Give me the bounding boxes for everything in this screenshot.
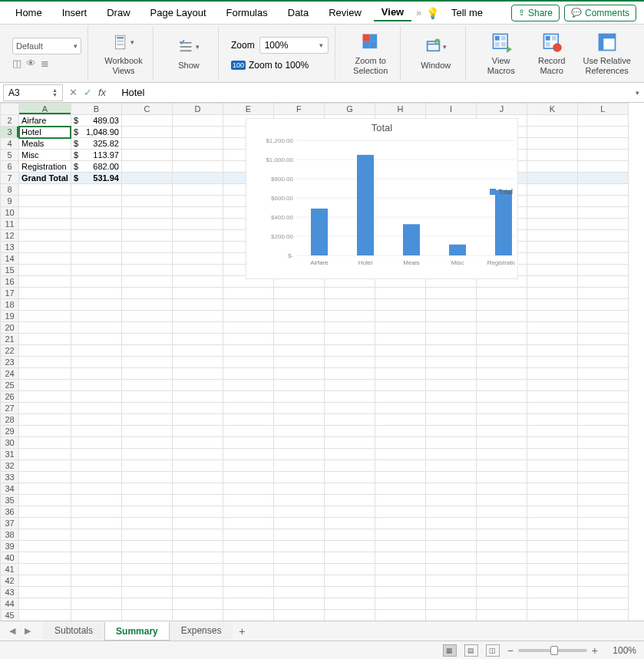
cell-H32[interactable] <box>375 460 425 472</box>
cell-D10[interactable] <box>172 207 223 219</box>
cell-D11[interactable] <box>172 219 223 230</box>
cell-A20[interactable] <box>19 322 71 334</box>
cell-I41[interactable] <box>425 564 476 575</box>
formula-input[interactable] <box>117 84 630 101</box>
cell-A3[interactable]: Hotel <box>19 127 71 138</box>
cell-B37[interactable] <box>71 518 121 529</box>
row-header-32[interactable]: 32 <box>1 460 19 472</box>
cell-B15[interactable] <box>71 265 121 276</box>
cell-H33[interactable] <box>375 472 425 483</box>
cell-J21[interactable] <box>476 334 527 345</box>
cell-A17[interactable] <box>19 288 71 299</box>
cell-K40[interactable] <box>527 552 577 564</box>
cell-J27[interactable] <box>476 403 527 414</box>
row-header-43[interactable]: 43 <box>1 587 19 598</box>
cell-B35[interactable] <box>71 495 121 506</box>
cell-L5[interactable] <box>577 150 628 161</box>
cell-G33[interactable] <box>324 472 375 483</box>
cell-I33[interactable] <box>425 472 476 483</box>
cell-L33[interactable] <box>577 472 628 483</box>
cell-A43[interactable] <box>19 587 71 598</box>
row-header-38[interactable]: 38 <box>1 529 19 541</box>
cell-J30[interactable] <box>476 437 527 449</box>
cell-H29[interactable] <box>375 426 425 437</box>
cell-B11[interactable] <box>71 219 121 230</box>
cell-L32[interactable] <box>577 460 628 472</box>
row-header-37[interactable]: 37 <box>1 518 19 529</box>
cell-A26[interactable] <box>19 391 71 403</box>
cell-A38[interactable] <box>19 529 71 541</box>
row-header-44[interactable]: 44 <box>1 598 19 610</box>
cell-L34[interactable] <box>577 483 628 495</box>
cell-E38[interactable] <box>223 529 273 541</box>
cell-D38[interactable] <box>172 529 223 541</box>
cell-F22[interactable] <box>273 345 324 357</box>
cell-C9[interactable] <box>121 196 172 207</box>
record-macro-button[interactable]: Record Macro <box>529 31 575 74</box>
cell-K31[interactable] <box>527 449 577 460</box>
row-header-11[interactable]: 11 <box>1 219 19 230</box>
row-header-5[interactable]: 5 <box>1 150 19 161</box>
cell-C3[interactable] <box>121 127 172 138</box>
row-header-26[interactable]: 26 <box>1 391 19 403</box>
cell-D28[interactable] <box>172 414 223 426</box>
cell-B31[interactable] <box>71 449 121 460</box>
cell-J41[interactable] <box>476 564 527 575</box>
cell-D39[interactable] <box>172 541 223 552</box>
col-header-B[interactable]: B <box>71 104 121 115</box>
cell-C38[interactable] <box>121 529 172 541</box>
cell-C26[interactable] <box>121 391 172 403</box>
cell-J19[interactable] <box>476 311 527 322</box>
cell-G32[interactable] <box>324 460 375 472</box>
cell-F45[interactable] <box>273 610 324 621</box>
cell-F21[interactable] <box>273 334 324 345</box>
cell-D16[interactable] <box>172 276 223 288</box>
cell-D25[interactable] <box>172 380 223 391</box>
cell-G42[interactable] <box>324 575 375 587</box>
cell-F35[interactable] <box>273 495 324 506</box>
cell-E43[interactable] <box>223 587 273 598</box>
cell-K30[interactable] <box>527 437 577 449</box>
row-header-25[interactable]: 25 <box>1 380 19 391</box>
cell-C2[interactable] <box>121 115 172 127</box>
cell-K32[interactable] <box>527 460 577 472</box>
cell-H21[interactable] <box>375 334 425 345</box>
cell-I44[interactable] <box>425 598 476 610</box>
cell-D14[interactable] <box>172 253 223 265</box>
cell-D34[interactable] <box>172 483 223 495</box>
cell-J17[interactable] <box>476 288 527 299</box>
col-header-D[interactable]: D <box>172 104 223 115</box>
cell-K35[interactable] <box>527 495 577 506</box>
cell-C10[interactable] <box>121 207 172 219</box>
cell-J38[interactable] <box>476 529 527 541</box>
menu-draw[interactable]: Draw <box>99 5 137 21</box>
cell-K38[interactable] <box>527 529 577 541</box>
cell-B30[interactable] <box>71 437 121 449</box>
cell-L19[interactable] <box>577 311 628 322</box>
cell-C42[interactable] <box>121 575 172 587</box>
cell-H38[interactable] <box>375 529 425 541</box>
ribbon-small-icon-1[interactable]: ◫ <box>12 58 21 69</box>
cell-F31[interactable] <box>273 449 324 460</box>
cell-L13[interactable] <box>577 242 628 253</box>
cell-D31[interactable] <box>172 449 223 460</box>
cell-I36[interactable] <box>425 506 476 518</box>
cell-G30[interactable] <box>324 437 375 449</box>
cell-J40[interactable] <box>476 552 527 564</box>
cell-A11[interactable] <box>19 219 71 230</box>
cell-G31[interactable] <box>324 449 375 460</box>
cell-I20[interactable] <box>425 322 476 334</box>
cell-A31[interactable] <box>19 449 71 460</box>
cell-G45[interactable] <box>324 610 375 621</box>
ribbon-small-icon-2[interactable]: 👁 <box>26 58 36 69</box>
cell-L29[interactable] <box>577 426 628 437</box>
cell-K18[interactable] <box>527 299 577 311</box>
cell-L18[interactable] <box>577 299 628 311</box>
cell-C31[interactable] <box>121 449 172 460</box>
cell-J24[interactable] <box>476 368 527 380</box>
cell-B34[interactable] <box>71 483 121 495</box>
cell-A37[interactable] <box>19 518 71 529</box>
cell-A36[interactable] <box>19 506 71 518</box>
cell-I30[interactable] <box>425 437 476 449</box>
menu-view[interactable]: View <box>374 4 411 21</box>
